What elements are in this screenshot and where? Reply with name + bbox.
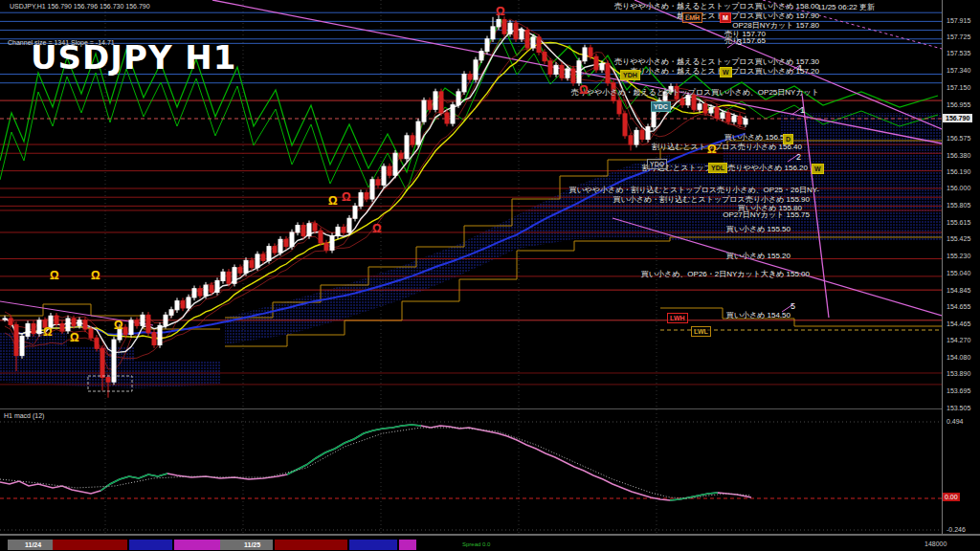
session-timeline-bar[interactable]: 11/2411/25 Spread 0.0 148000 — [0, 534, 980, 551]
sequence-marker-2: 2 — [796, 153, 801, 162]
macd-signal-line — [0, 428, 751, 498]
price-tick: 154.845 — [947, 287, 970, 294]
price-tick: 157.535 — [947, 50, 970, 56]
trade-annotation: 売りやや小さめ・越えるとストップロス買い小さめ 158.00 — [614, 3, 819, 11]
trade-annotation: 買い小さめ・割り込むとストップロス売り小さめ 155.90 — [612, 196, 810, 204]
symbol-ohlc-readout: USDJPY,H1 156.790 156.796 156.730 156.79… — [10, 3, 150, 10]
price-tick: 156.575 — [947, 135, 970, 142]
price-tick: 153.505 — [947, 405, 970, 411]
level-label-ydo: YDO — [647, 159, 667, 169]
omega-buy-icon: Ω — [91, 270, 100, 281]
level-label-lmh: LMH — [682, 12, 702, 23]
level-label-ydc: YDC — [651, 101, 671, 112]
price-tick: 155.040 — [947, 270, 970, 276]
level-label-lwh: LWH — [667, 313, 688, 323]
main-chart-canvas[interactable]: USDJPY,H1 156.790 156.796 156.730 156.79… — [0, 0, 942, 408]
level-label-m: M — [720, 12, 731, 23]
omega-buy-icon: Ω — [328, 195, 338, 207]
sequence-marker-1: 1 — [800, 106, 805, 115]
price-tick: 157.725 — [947, 33, 970, 40]
session-date: 11/25 — [244, 541, 260, 548]
gold-step-line — [660, 308, 942, 326]
level-label-ydl: YDL — [708, 163, 727, 173]
price-tick: 154.270 — [947, 337, 970, 343]
macd-axis-tick: -0.246 — [947, 526, 966, 533]
status-text: Spread 0.0 — [462, 541, 490, 547]
kumo-cloud — [225, 155, 670, 344]
price-tick: 154.655 — [947, 303, 970, 310]
price-tick: 154.080 — [947, 354, 970, 361]
level-label-w: W — [720, 67, 732, 77]
sequence-marker-3: 3 — [737, 38, 742, 47]
trade-annotation: 割り込むとストップロス売り小さめ 156.40 — [652, 143, 802, 151]
level-label-d: D — [783, 134, 793, 144]
price-tick: 156.190 — [947, 168, 970, 175]
sequence-marker-4: 4 — [797, 64, 802, 73]
session-segment — [399, 540, 416, 550]
price-tick: 155.425 — [947, 235, 970, 242]
sequence-marker-5: 5 — [791, 302, 795, 311]
macd-current-value-box: 0.00 — [943, 493, 960, 501]
session-right-readout: 148000 — [924, 540, 947, 547]
trade-annotation: OP28日NYカット 157.80 — [732, 22, 819, 30]
price-axis[interactable]: 157.915157.725157.535157.340157.150156.9… — [942, 0, 980, 534]
last-updated-timestamp: 11/25 06:22 更新 — [817, 2, 875, 12]
level-label-ydh: YDH — [620, 70, 640, 80]
omega-sell-icon: Ω — [579, 84, 589, 96]
omega-sell-icon: Ω — [372, 223, 382, 234]
chart-watermark-title: USDJPY H1 — [31, 38, 236, 77]
omega-sell-icon: Ω — [496, 6, 505, 17]
session-segment — [53, 540, 127, 550]
price-tick: 155.805 — [947, 202, 970, 209]
level-label-lwl: LWL — [691, 326, 711, 337]
session-segment — [349, 540, 397, 550]
price-tick: 156.955 — [947, 101, 970, 108]
trade-annotation: 売りやや小さめ・超えるとストップロス買い小さめ、OP25日NYカット — [571, 89, 819, 97]
kumo-cloud — [670, 113, 942, 241]
price-tick: 155.615 — [947, 219, 970, 226]
omega-buy-icon: Ω — [50, 270, 59, 281]
session-segment — [129, 540, 172, 550]
macd-main-line-up — [100, 474, 167, 491]
price-tick: 157.340 — [947, 67, 970, 74]
price-tick: 153.695 — [947, 387, 970, 394]
macd-main-line-up — [670, 493, 718, 500]
macd-indicator-panel[interactable]: H1 macd (12) — [0, 408, 942, 534]
session-date: 11/24 — [25, 541, 41, 548]
trade-annotation: 買い小さめ 155.50 — [726, 226, 791, 233]
session-segment — [275, 540, 347, 550]
price-tick: 157.915 — [947, 17, 970, 24]
level-label-w: W — [812, 164, 824, 174]
trade-annotation: 買い小さめ 154.50 — [726, 312, 791, 320]
macd-svg[interactable] — [0, 409, 942, 534]
trade-annotation: 売り 157.65 — [724, 37, 766, 45]
omega-buy-icon: Ω — [707, 143, 717, 155]
price-tick: 154.465 — [947, 320, 970, 327]
macd-indicator-label: H1 macd (12) — [4, 412, 44, 419]
macd-axis-tick: 0.494 — [947, 418, 964, 425]
omega-buy-icon: Ω — [70, 332, 79, 343]
omega-buy-icon: Ω — [114, 320, 123, 331]
price-tick: 155.230 — [947, 253, 970, 259]
trade-annotation: 買い小さめ、OP26・2日NYカット大きめ 155.00 — [641, 271, 810, 278]
price-tick: 156.380 — [947, 152, 970, 159]
macd-main-line-up — [287, 425, 421, 474]
omega-buy-icon: Ω — [43, 326, 53, 338]
trade-annotation: 売りやや小さめ・越えるとストップロス買い小さめ 157.30 — [614, 58, 819, 66]
trade-annotation: 買い小さめ 156.50 — [724, 134, 789, 142]
mt4-chart-window: USDJPY,H1 156.790 156.796 156.730 156.79… — [0, 0, 980, 551]
price-tick: 153.890 — [947, 370, 970, 377]
omega-sell-icon: Ω — [342, 191, 351, 203]
trade-annotation: OP27日NYカット 155.75 — [723, 211, 810, 219]
trade-annotation: 買い小さめ 155.20 — [726, 253, 791, 260]
trade-annotation: 買いやや小さめ・割り込むとストップロス売り小さめ、OP25・26日NY- — [568, 187, 819, 194]
price-tick: 156.000 — [947, 185, 970, 191]
session-segment — [174, 540, 220, 550]
current-price-box: 156.790 — [943, 114, 972, 122]
price-tick: 157.150 — [947, 84, 970, 91]
